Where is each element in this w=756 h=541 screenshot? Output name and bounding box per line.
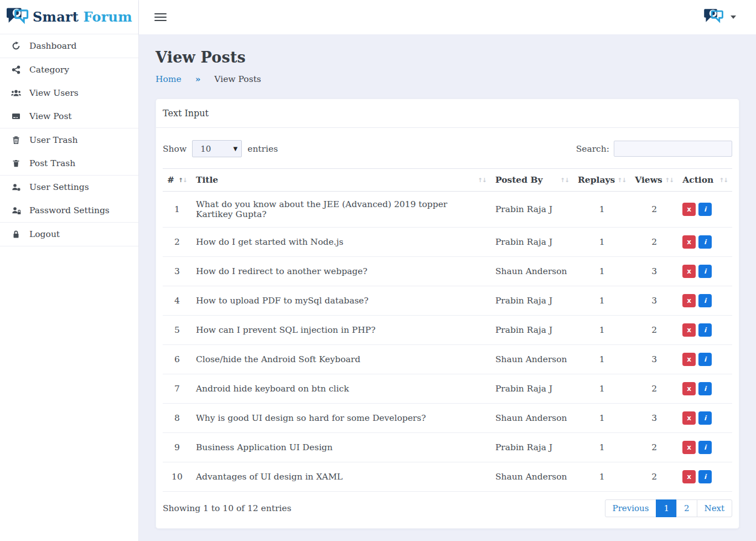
post-title: How do I get started with Node.js [191,228,491,257]
info-i-icon[interactable]: i [698,323,712,337]
sidebar-item-label: Logout [29,229,60,239]
search-label: Search: [576,144,609,154]
sidebar-item-logout[interactable]: Logout [0,223,138,246]
sidebar-item-view-post[interactable]: View Post [0,105,138,128]
breadcrumb-home-link[interactable]: Home [156,74,182,84]
sort-icon[interactable]: ↑↓ [719,177,728,183]
delete-x-icon[interactable]: x [682,235,696,249]
posted-by: Shaun Anderson [491,462,573,492]
posted-by: Prabin Raja J [491,316,573,345]
column-header-views[interactable]: Views↑↓ [630,169,678,192]
sidebar-item-category[interactable]: Category [0,58,138,81]
views-count: 2 [630,374,678,404]
posted-by: Shaun Anderson [491,257,573,286]
posted-by: Prabin Raja J [491,192,573,228]
info-i-icon[interactable]: i [698,353,712,366]
delete-x-icon[interactable]: x [682,470,696,483]
replays-count: 1 [573,316,630,345]
action-cell: xi [678,316,732,345]
pagination: Previous 1 2 Next [605,499,732,517]
column-header-replays[interactable]: Replays↑↓ [573,169,630,192]
column-header-action[interactable]: Action↑↓ [678,169,732,192]
info-i-icon[interactable]: i [698,203,712,216]
column-header-number[interactable]: #↑↓ [163,169,191,192]
sidebar-item-dashboard[interactable]: Dashboard [0,34,138,58]
sidebar-item-password-settings[interactable]: Password Settings [0,199,138,223]
sidebar-nav: Dashboard Category View Users View Post [0,34,138,246]
pagination-page-2-button[interactable]: 2 [676,499,697,517]
hamburger-icon[interactable] [154,11,167,23]
app-window: Smart Forum Dashboard Category View User… [0,0,756,541]
delete-x-icon[interactable]: x [682,294,696,307]
info-i-icon[interactable]: i [698,294,712,307]
info-i-icon[interactable]: i [698,235,712,249]
delete-x-icon[interactable]: x [682,203,696,216]
column-header-posted-by[interactable]: Posted By↑↓ [491,169,573,192]
posted-by: Shaun Anderson [491,404,573,433]
delete-x-icon[interactable]: x [682,411,696,425]
delete-x-icon[interactable]: x [682,382,696,395]
column-header-title[interactable]: Title↑↓ [191,169,491,192]
table-row: 7Android hide keyboard on btn clickPrabi… [163,374,732,404]
users-icon [11,89,21,97]
post-title: How can I prevent SQL injection in PHP? [191,316,491,345]
brand-name: Smart Forum [33,9,132,25]
table-controls: Show 10 ▼ entries Search: [163,140,732,157]
card-icon [11,112,21,121]
replays-count: 1 [573,286,630,316]
sort-icon[interactable]: ↑↓ [665,177,674,183]
sort-icon[interactable]: ↑↓ [178,177,187,183]
info-i-icon[interactable]: i [698,470,712,483]
table-row: 6Close/hide the Android Soft KeyboardSha… [163,345,732,374]
sidebar-item-post-trash[interactable]: Post Trash [0,152,138,176]
trash-solid-icon [11,159,21,168]
views-count: 2 [630,192,678,228]
brand-logo-icon [6,7,29,28]
caret-down-icon [731,16,736,19]
pagination-next-button[interactable]: Next [697,499,733,517]
sidebar-item-view-users[interactable]: View Users [0,81,138,105]
action-cell: xi [678,257,732,286]
info-i-icon[interactable]: i [698,265,712,278]
views-count: 3 [630,257,678,286]
sidebar: Smart Forum Dashboard Category View User… [0,0,139,541]
info-i-icon[interactable]: i [698,382,712,395]
entries-select[interactable]: 10 [192,140,242,157]
post-title: How do I redirect to another webpage? [191,257,491,286]
row-number: 3 [163,257,191,286]
sidebar-item-label: Post Trash [29,158,75,168]
delete-x-icon[interactable]: x [682,323,696,337]
table-row: 10Advantages of UI design in XAMLShaun A… [163,462,732,492]
delete-x-icon[interactable]: x [682,265,696,278]
card-body: Show 10 ▼ entries Search: [156,128,739,528]
delete-x-icon[interactable]: x [682,353,696,366]
sidebar-item-label: User Settings [29,182,89,192]
row-number: 10 [163,462,191,492]
sidebar-item-user-trash[interactable]: User Trash [0,128,138,152]
sort-icon[interactable]: ↑↓ [560,177,569,183]
user-menu[interactable] [703,8,736,27]
topbar [139,0,756,34]
card-header-title: Text Input [156,99,739,128]
row-number: 7 [163,374,191,404]
show-label: Show [163,144,187,154]
info-i-icon[interactable]: i [698,441,712,454]
sort-icon[interactable]: ↑↓ [478,177,486,183]
info-i-icon[interactable]: i [698,411,712,425]
pagination-page-1-button[interactable]: 1 [656,499,677,517]
replays-count: 1 [573,192,630,228]
sort-icon[interactable]: ↑↓ [618,177,626,183]
post-title: Business Application UI Design [191,433,491,462]
page-title: View Posts [156,49,739,66]
replays-count: 1 [573,462,630,492]
search-input[interactable] [614,141,732,157]
sidebar-item-user-settings[interactable]: User Settings [0,176,138,199]
row-number: 1 [163,192,191,228]
user-lock-icon [11,206,21,215]
pagination-previous-button[interactable]: Previous [605,499,657,517]
brand: Smart Forum [0,0,138,34]
post-title: How to upload PDF to mySql database? [191,286,491,316]
delete-x-icon[interactable]: x [682,441,696,454]
post-title: Close/hide the Android Soft Keyboard [191,345,491,374]
entries-label: entries [247,144,278,154]
